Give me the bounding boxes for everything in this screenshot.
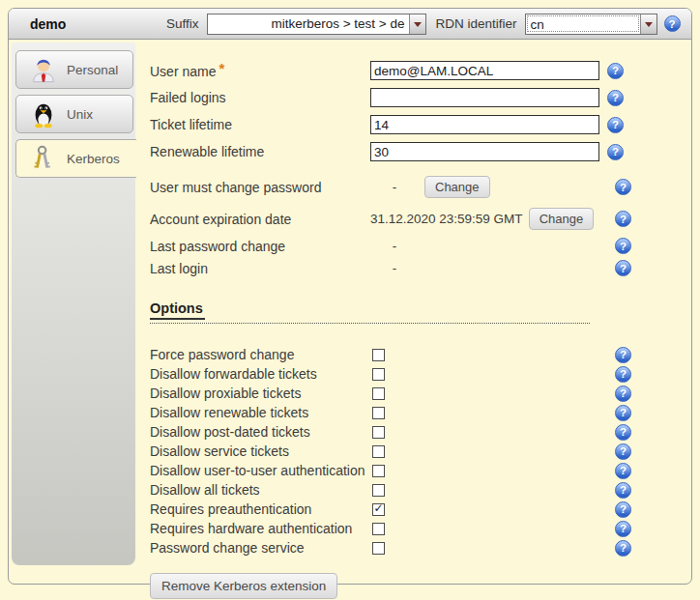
checkbox-force-password-change[interactable] <box>372 349 385 361</box>
disallow-proxiable-tickets-label: Disallow proxiable tickets <box>150 386 370 401</box>
disallow-post-dated-tickets-label: Disallow post-dated tickets <box>150 424 370 440</box>
disallow-all-tickets-label: Disallow all tickets <box>150 482 370 498</box>
option-row: Requires hardware authentication ? <box>150 519 691 538</box>
checkbox-disallow-service-tickets[interactable] <box>372 445 385 458</box>
status-section: User must change password - Change ? Acc… <box>150 171 691 279</box>
dropdown-arrow-button[interactable] <box>409 14 425 34</box>
help-icon[interactable]: ? <box>615 238 631 254</box>
person-icon <box>29 55 58 84</box>
option-row: Disallow forwardable tickets ? <box>150 364 691 384</box>
option-row: Disallow proxiable tickets ? <box>150 384 691 403</box>
checkbox-requires-preauthentication[interactable] <box>372 503 385 516</box>
user-name-label: User name <box>150 64 216 79</box>
renewable-lifetime-label: Renewable lifetime <box>150 144 370 159</box>
checkbox-disallow-post-dated-tickets[interactable] <box>372 426 385 439</box>
rdn-identifier-label: RDN identifier <box>436 16 517 31</box>
password-change-service-label: Password change service <box>150 540 370 556</box>
keys-icon <box>29 144 58 173</box>
checkbox-requires-hardware-authentication[interactable] <box>372 523 385 535</box>
penguin-icon <box>29 100 58 129</box>
help-icon[interactable]: ? <box>615 443 631 460</box>
account-expiration-value: 31.12.2020 23:59:59 GMT <box>370 212 523 226</box>
option-row: Disallow all tickets ? <box>150 480 691 500</box>
module-tab-sidebar: Personal Unix <box>12 43 135 565</box>
help-icon[interactable]: ? <box>615 463 631 479</box>
help-icon[interactable]: ? <box>664 15 681 32</box>
suffix-select-value: mitkerberos > test > de <box>208 16 409 31</box>
field-row-failed-logins: Failed logins ? <box>150 84 691 111</box>
requires-preauthentication-label: Requires preauthentication <box>150 501 370 517</box>
last-login-label: Last login <box>150 261 370 276</box>
help-icon[interactable]: ? <box>615 501 631 518</box>
field-row-ticket-lifetime: Ticket lifetime ? <box>150 111 691 138</box>
failed-logins-label: Failed logins <box>150 90 370 105</box>
info-row-must-change-password: User must change password - Change ? <box>150 171 691 203</box>
option-row: Disallow renewable tickets ? <box>150 403 691 422</box>
suffix-select[interactable]: mitkerberos > test > de <box>207 14 426 35</box>
checkbox-disallow-proxiable-tickets[interactable] <box>372 387 385 400</box>
rdn-select-value: cn <box>527 15 639 32</box>
disallow-user-to-user-authentication-label: Disallow user-to-user authentication <box>150 463 370 478</box>
option-row: Disallow user-to-user authentication ? <box>150 461 691 480</box>
account-editor-window: demo Suffix mitkerberos > test > de RDN … <box>8 8 692 585</box>
dropdown-arrow-button[interactable] <box>640 14 656 34</box>
renewable-lifetime-input[interactable] <box>370 142 599 161</box>
force-password-change-label: Force password change <box>150 347 370 362</box>
failed-logins-input[interactable] <box>370 88 599 107</box>
last-password-change-label: Last password change <box>150 239 370 254</box>
help-icon[interactable]: ? <box>615 366 631 383</box>
requires-hardware-authentication-label: Requires hardware authentication <box>150 521 370 536</box>
option-row: Force password change ? <box>150 345 691 364</box>
help-icon[interactable]: ? <box>615 386 631 402</box>
account-expiration-label: Account expiration date <box>150 212 370 227</box>
tab-unix[interactable]: Unix <box>15 95 133 133</box>
help-icon[interactable]: ? <box>615 405 631 421</box>
checkbox-disallow-all-tickets[interactable] <box>372 484 385 497</box>
help-icon[interactable]: ? <box>615 260 631 276</box>
tab-label: Unix <box>67 107 93 122</box>
account-title: demo <box>16 16 166 32</box>
remove-kerberos-extension-button[interactable]: Remove Kerberos extension <box>150 573 337 599</box>
options-heading-text: Options <box>150 300 205 320</box>
option-row: Requires preauthentication ? <box>150 500 691 519</box>
user-name-input[interactable] <box>370 61 599 80</box>
change-password-button[interactable]: Change <box>424 176 490 198</box>
help-icon[interactable]: ? <box>615 540 631 557</box>
checkbox-disallow-renewable-tickets[interactable] <box>372 407 385 419</box>
ticket-lifetime-input[interactable] <box>370 115 599 134</box>
help-icon[interactable]: ? <box>607 90 624 106</box>
option-row: Disallow service tickets ? <box>150 442 691 461</box>
required-marker: * <box>219 60 224 76</box>
tab-personal[interactable]: Personal <box>15 50 133 89</box>
title-bar: demo Suffix mitkerberos > test > de RDN … <box>9 9 691 40</box>
help-icon[interactable]: ? <box>607 63 624 79</box>
help-icon[interactable]: ? <box>615 179 631 195</box>
must-change-password-value: - <box>370 180 419 194</box>
checkbox-password-change-service[interactable] <box>372 542 385 555</box>
option-row: Disallow post-dated tickets ? <box>150 422 691 442</box>
info-row-last-login: Last login - ? <box>150 257 691 279</box>
info-row-last-password-change: Last password change - ? <box>150 235 691 257</box>
help-icon[interactable]: ? <box>615 347 631 363</box>
option-row: Password change service ? <box>150 538 691 557</box>
kerberos-form: User name* ? Failed logins ? Ticket life… <box>135 40 691 585</box>
change-expiration-button[interactable]: Change <box>529 208 595 230</box>
field-row-renewable-lifetime: Renewable lifetime ? <box>150 138 691 165</box>
rdn-identifier-select[interactable]: cn <box>525 14 657 35</box>
chevron-down-icon <box>414 22 422 31</box>
info-row-account-expiration: Account expiration date 31.12.2020 23:59… <box>150 203 691 235</box>
disallow-service-tickets-label: Disallow service tickets <box>150 443 370 459</box>
help-icon[interactable]: ? <box>607 117 624 133</box>
checkbox-disallow-user-to-user-authentication[interactable] <box>372 465 385 477</box>
help-icon[interactable]: ? <box>615 211 631 227</box>
suffix-label: Suffix <box>166 16 199 31</box>
tab-kerberos[interactable]: Kerberos <box>15 139 136 178</box>
disallow-renewable-tickets-label: Disallow renewable tickets <box>150 405 370 420</box>
checkbox-disallow-forwardable-tickets[interactable] <box>372 368 385 381</box>
last-login-value: - <box>370 261 419 275</box>
help-icon[interactable]: ? <box>615 482 631 499</box>
help-icon[interactable]: ? <box>615 424 631 441</box>
help-icon[interactable]: ? <box>607 144 624 160</box>
help-icon[interactable]: ? <box>615 521 631 537</box>
ticket-lifetime-label: Ticket lifetime <box>150 117 370 132</box>
